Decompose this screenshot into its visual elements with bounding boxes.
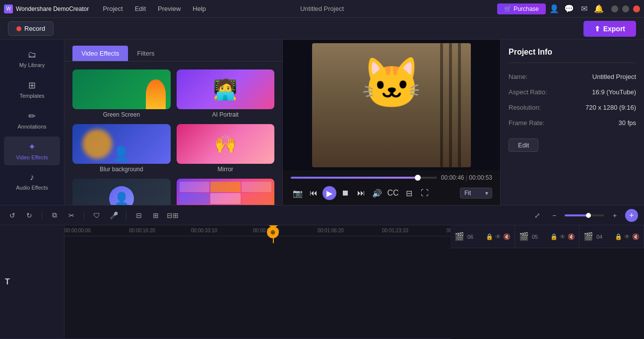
playback-controls: 📷 ⏮ ▶ ⏹ ⏭ 🔊 CC ⊟ ⛶ Fit 100% 75% bbox=[283, 183, 500, 205]
edit-button[interactable]: Edit bbox=[509, 138, 538, 152]
add-track-button[interactable]: + bbox=[625, 209, 638, 222]
toolbar-right: ⤢ − + + bbox=[531, 209, 638, 222]
effect-border-overlay[interactable]: 👤 Border Overlay bbox=[72, 179, 171, 205]
close-button[interactable]: ✕ bbox=[633, 5, 640, 12]
cat-body: 🐱 bbox=[361, 58, 423, 108]
blur-background-label: Blur background bbox=[72, 166, 171, 173]
timeline-area: ↺ ↻ ⧉ ✂ 🛡 🎤 ⊟ ⊞ ⊟⊞ ⤢ − + + T bbox=[0, 205, 644, 339]
split-button[interactable]: ⧉ bbox=[48, 209, 61, 222]
green-screen-label: Green Screen bbox=[72, 111, 171, 118]
purchase-icon: 🛒 bbox=[504, 5, 512, 12]
mute-icon[interactable]: 🔇 bbox=[503, 233, 511, 240]
eye-icon-05[interactable]: 👁 bbox=[560, 233, 566, 240]
track-06-icon: 🎬 bbox=[454, 232, 464, 241]
user-icon[interactable]: 👤 bbox=[550, 4, 559, 13]
effects-grid: Green Screen 🧑‍💻 AI Portrait Blur backgr… bbox=[64, 62, 282, 205]
step-forward-button[interactable]: ⏭ bbox=[354, 186, 368, 200]
effect-green-screen[interactable]: Green Screen bbox=[72, 69, 171, 118]
menu-help[interactable]: Help bbox=[187, 3, 212, 14]
tab-video-effects[interactable]: Video Effects bbox=[72, 46, 128, 61]
effect-mosaic[interactable]: Mosaic bbox=[177, 179, 275, 205]
fullscreen-button[interactable]: ⛶ bbox=[418, 186, 432, 200]
tab-filters[interactable]: Filters bbox=[128, 46, 163, 61]
menu-project[interactable]: Project bbox=[97, 3, 129, 14]
export-button[interactable]: ⬆ Export bbox=[583, 21, 636, 37]
lock-icon-05[interactable]: 🔒 bbox=[550, 233, 558, 240]
record-button[interactable]: Record bbox=[8, 21, 54, 36]
eye-icon[interactable]: 👁 bbox=[495, 233, 501, 240]
play-button[interactable]: ▶ bbox=[322, 186, 336, 200]
left-sidebar: 🗂 My Library ⊞ Templates ✏ Annotations ✦… bbox=[0, 40, 64, 205]
text-track-label: T bbox=[0, 225, 64, 339]
zoom-thumb bbox=[586, 213, 591, 218]
lock-icon-04[interactable]: 🔒 bbox=[615, 233, 622, 240]
window-bar-3 bbox=[458, 43, 461, 167]
record-dot-icon bbox=[16, 26, 21, 31]
volume-button[interactable]: 🔊 bbox=[370, 186, 384, 200]
sidebar-item-audio-effects[interactable]: ♪ Audio Effects bbox=[4, 167, 60, 196]
maximize-button[interactable]: □ bbox=[622, 5, 629, 12]
progress-thumb bbox=[415, 175, 421, 181]
undo-button[interactable]: ↺ bbox=[6, 209, 19, 222]
crop-button[interactable]: ✂ bbox=[65, 209, 78, 222]
progress-fill bbox=[291, 177, 418, 179]
sidebar-item-video-effects[interactable]: ✦ Video Effects bbox=[4, 136, 60, 165]
window-bar-2 bbox=[449, 43, 452, 167]
track-06-num: 06 bbox=[467, 234, 473, 240]
app-name: Wondershare DemoCreator bbox=[16, 5, 89, 12]
app-logo: W Wondershare DemoCreator bbox=[4, 4, 89, 13]
eye-icon-04[interactable]: 👁 bbox=[624, 233, 630, 240]
track-04-controls: 🔒 👁 🔇 bbox=[615, 233, 640, 240]
multitrack-button[interactable]: ⊟⊞ bbox=[166, 209, 179, 222]
menu-preview[interactable]: Preview bbox=[152, 3, 187, 14]
zoom-in-button[interactable]: + bbox=[608, 209, 621, 222]
sidebar-item-templates[interactable]: ⊞ Templates bbox=[4, 75, 60, 104]
shield-button[interactable]: 🛡 bbox=[90, 209, 103, 222]
app-logo-icon: W bbox=[4, 4, 13, 13]
zoom-track[interactable] bbox=[565, 214, 604, 216]
fit-select[interactable]: Fit 100% 75% 50% 25% bbox=[460, 188, 492, 199]
effect-blur-background[interactable]: Blur background bbox=[72, 124, 171, 173]
minimize-button[interactable]: ─ bbox=[611, 5, 618, 12]
effect-mirror[interactable]: 🙌 Mirror bbox=[177, 124, 275, 173]
purchase-button[interactable]: 🛒 Purchase bbox=[497, 3, 546, 14]
step-back-button[interactable]: ⏮ bbox=[307, 186, 321, 200]
screenshot-button[interactable]: 📷 bbox=[291, 186, 305, 200]
panel-area: Video Effects Filters Green Screen 🧑‍💻 A… bbox=[64, 40, 644, 205]
sidebar-item-my-library[interactable]: 🗂 My Library bbox=[4, 45, 60, 73]
track-label-05: 🎬 05 🔒 👁 🔇 bbox=[515, 225, 580, 248]
name-value: Untitled Project bbox=[592, 73, 636, 80]
stop-button[interactable]: ⏹ bbox=[338, 186, 352, 200]
blur-background-thumb bbox=[72, 124, 171, 164]
quality-button[interactable]: ⊟ bbox=[402, 186, 416, 200]
caption-button[interactable]: CC bbox=[386, 186, 400, 200]
mute-icon-04[interactable]: 🔇 bbox=[632, 233, 640, 240]
timeline-content: T 00:00:00:00 00:00:16:20 00:00:33:10 00… bbox=[0, 225, 644, 339]
mirror-thumb: 🙌 bbox=[177, 124, 275, 164]
mic-button[interactable]: 🎤 bbox=[107, 209, 120, 222]
track-04-icon: 🎬 bbox=[583, 232, 593, 241]
overlay-button[interactable]: ⊞ bbox=[149, 209, 162, 222]
subtitle-button[interactable]: ⊟ bbox=[132, 209, 145, 222]
fit-timeline-button[interactable]: ⤢ bbox=[531, 209, 544, 222]
progress-track[interactable] bbox=[291, 177, 437, 179]
redo-button[interactable]: ↻ bbox=[23, 209, 36, 222]
lock-icon[interactable]: 🔒 bbox=[486, 233, 493, 240]
menu-edit[interactable]: Edit bbox=[129, 3, 152, 14]
notification-icon[interactable]: 🔔 bbox=[594, 4, 603, 13]
effect-ai-portrait[interactable]: 🧑‍💻 AI Portrait bbox=[177, 69, 275, 118]
zoom-out-button[interactable]: − bbox=[548, 209, 561, 222]
playback-left: 📷 ⏮ ▶ ⏹ ⏭ 🔊 CC ⊟ ⛶ bbox=[291, 186, 432, 200]
track-row-06: 🎬 06 🔒 👁 🔇 🎬 talking cat- 🐱 bbox=[451, 225, 515, 248]
mute-icon-05[interactable]: 🔇 bbox=[568, 233, 575, 240]
track-04-num: 04 bbox=[596, 234, 602, 240]
mail-icon[interactable]: ✉ bbox=[580, 4, 588, 13]
project-info-panel: Project Info Name: Untitled Project Aspe… bbox=[500, 40, 644, 205]
messages-icon[interactable]: 💬 bbox=[565, 4, 574, 13]
window-bars bbox=[440, 43, 461, 167]
sidebar-item-annotations[interactable]: ✏ Annotations bbox=[4, 106, 60, 135]
sidebar-item-cursor-effects[interactable]: ↖ Cursor Effects bbox=[4, 198, 60, 205]
playback-right: Fit 100% 75% 50% 25% ▼ bbox=[460, 188, 492, 199]
track-05-num: 05 bbox=[532, 234, 538, 240]
menu-bar: Project Edit Preview Help bbox=[97, 3, 212, 14]
